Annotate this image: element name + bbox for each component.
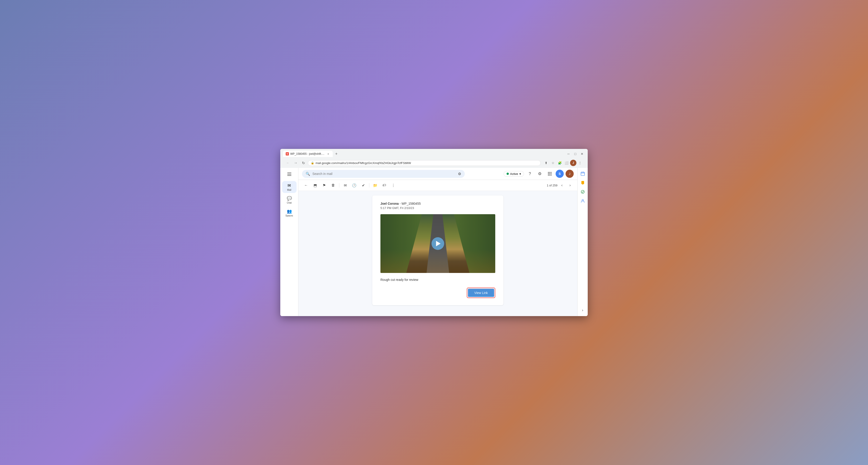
move-to-button[interactable]: 📁: [371, 181, 379, 189]
status-label: Active: [510, 172, 518, 175]
share-button[interactable]: ⬆: [543, 160, 549, 166]
search-filter-icon[interactable]: ⚙: [458, 172, 461, 176]
email-card: Joel Corona - WP_1580455 5:17 PM GMT, Fr…: [372, 195, 503, 305]
status-badge[interactable]: Active ▾: [504, 171, 524, 177]
search-bar[interactable]: 🔍 ⚙: [302, 170, 465, 178]
next-email-button[interactable]: ›: [566, 182, 574, 189]
delete-button[interactable]: 🗑: [329, 181, 337, 189]
tab-close-button[interactable]: ✕: [327, 152, 330, 156]
more-options-button[interactable]: ⋮: [389, 181, 397, 189]
security-icon: 🔒: [311, 161, 314, 165]
back-button[interactable]: ←: [285, 160, 291, 166]
mail-icon: ✉: [287, 183, 292, 188]
expand-panel-button[interactable]: ›: [579, 306, 587, 314]
extension-button[interactable]: 🧩: [557, 160, 563, 166]
shift-logo: S: [556, 170, 564, 178]
title-bar: M WP_1580455 - joel@shift.io - Sh... ✕ +…: [283, 151, 585, 157]
play-button[interactable]: [432, 237, 444, 250]
new-tab-button[interactable]: +: [333, 151, 340, 157]
status-chevron-icon: ▾: [520, 172, 521, 175]
google-contacts-button[interactable]: [579, 197, 587, 205]
user-avatar[interactable]: J: [565, 170, 574, 178]
minimize-button[interactable]: ─: [565, 151, 571, 157]
spaces-icon: 👥: [287, 208, 292, 214]
gmail-main: 🔍 ⚙ Active ▾ ? ⚙: [298, 168, 577, 316]
apps-grid-icon: [548, 172, 552, 175]
header-right: Active ▾ ? ⚙ S J: [504, 170, 574, 178]
page-info: 1 of 259 ‹ ›: [547, 182, 574, 189]
svg-rect-4: [581, 181, 584, 184]
page-counter: 1 of 259: [547, 184, 557, 187]
archive-button[interactable]: ⬒: [311, 181, 319, 189]
search-input[interactable]: [312, 172, 456, 175]
sidebar-chat-label: Chat: [287, 202, 291, 204]
browser-actions: ⬆ ☆ 🧩 ⬜ J ⋮: [543, 160, 583, 166]
email-sender: Joel Corona - WP_1580455: [380, 202, 495, 205]
back-to-inbox-button[interactable]: ←: [302, 181, 310, 189]
forward-button[interactable]: →: [292, 160, 299, 166]
browser-profile-avatar[interactable]: J: [570, 160, 577, 166]
svg-point-6: [581, 190, 584, 193]
view-link-container: View Link: [380, 288, 495, 298]
svg-rect-0: [581, 172, 585, 175]
status-dot: [506, 173, 509, 175]
toolbar-separator-2: [369, 183, 369, 188]
email-toolbar: ← ⬒ ⚑ 🗑 ✉ 🕐 ✔ 📁 🏷 ⋮ 1 of 259 ‹ ›: [298, 180, 577, 191]
sidebar-item-mail[interactable]: ✉ Mail: [282, 181, 297, 193]
hamburger-menu-button[interactable]: [285, 170, 294, 179]
google-keep-button[interactable]: [579, 179, 587, 187]
tab-title: WP_1580455 - joel@shift.io - Sh...: [290, 152, 325, 156]
google-calendar-button[interactable]: [579, 170, 587, 178]
app-body: ✉ Mail 💬 Chat 👥 Spaces 🔍 ⚙: [280, 168, 588, 316]
chat-icon: 💬: [287, 196, 292, 201]
right-panel: ›: [577, 168, 588, 316]
tasks-icon: [581, 190, 585, 194]
view-link-button[interactable]: View Link: [468, 289, 494, 297]
browser-menu-button[interactable]: ⋮: [577, 160, 583, 166]
email-body-text: Rough cut ready for review: [380, 277, 495, 282]
tab-favicon: M: [286, 152, 289, 156]
sender-name: Joel Corona: [380, 202, 399, 205]
mark-unread-button[interactable]: ✉: [341, 181, 349, 189]
snooze-button[interactable]: 🕐: [350, 181, 358, 189]
sidebar-item-chat[interactable]: 💬 Chat: [282, 194, 297, 206]
sidebar-item-spaces[interactable]: 👥 Spaces: [282, 207, 297, 219]
reload-button[interactable]: ↻: [300, 160, 307, 166]
sidebar-mail-label: Mail: [287, 189, 291, 191]
browser-window: M WP_1580455 - joel@shift.io - Sh... ✕ +…: [280, 149, 588, 316]
email-subject: WP_1580455: [401, 202, 421, 205]
video-thumbnail[interactable]: [380, 214, 495, 273]
tab-bar: M WP_1580455 - joel@shift.io - Sh... ✕ +: [283, 151, 340, 157]
sidebar-spaces-label: Spaces: [285, 214, 293, 217]
bookmark-button[interactable]: ☆: [550, 160, 556, 166]
label-button[interactable]: 🏷: [380, 181, 388, 189]
contacts-icon: [581, 199, 585, 203]
calendar-icon: [581, 171, 585, 176]
play-icon: [436, 241, 440, 246]
close-button[interactable]: ✕: [579, 151, 585, 157]
toolbar-separator-1: [339, 183, 339, 188]
report-spam-button[interactable]: ⚑: [320, 181, 328, 189]
email-date: 5:17 PM GMT, Fri 2/10/23: [380, 206, 495, 210]
gmail-header: 🔍 ⚙ Active ▾ ? ⚙: [298, 168, 577, 180]
hamburger-line-2: [287, 174, 291, 174]
gmail-sidebar: ✉ Mail 💬 Chat 👥 Spaces: [280, 168, 298, 316]
settings-button[interactable]: ⚙: [536, 170, 544, 178]
google-tasks-button[interactable]: [579, 188, 587, 196]
maximize-button[interactable]: □: [572, 151, 578, 157]
url-text: mail.google.com/mail/u/1/#inbox/FMfcgzGr…: [315, 161, 538, 165]
window-controls: ─ □ ✕: [565, 151, 585, 157]
help-button[interactable]: ?: [526, 170, 534, 178]
hamburger-line-1: [287, 173, 291, 173]
split-view-button[interactable]: ⬜: [563, 160, 569, 166]
apps-button[interactable]: [546, 170, 554, 178]
add-task-button[interactable]: ✔: [359, 181, 367, 189]
url-bar[interactable]: 🔒 mail.google.com/mail/u/1/#inbox/FMfcgz…: [308, 160, 541, 166]
email-content-area: Joel Corona - WP_1580455 5:17 PM GMT, Fr…: [298, 191, 577, 316]
hamburger-line-3: [287, 175, 291, 176]
browser-tab[interactable]: M WP_1580455 - joel@shift.io - Sh... ✕: [283, 151, 333, 157]
svg-point-5: [582, 184, 583, 185]
browser-chrome: M WP_1580455 - joel@shift.io - Sh... ✕ +…: [280, 149, 588, 168]
prev-email-button[interactable]: ‹: [558, 182, 565, 189]
address-bar: ← → ↻ 🔒 mail.google.com/mail/u/1/#inbox/…: [283, 158, 585, 168]
